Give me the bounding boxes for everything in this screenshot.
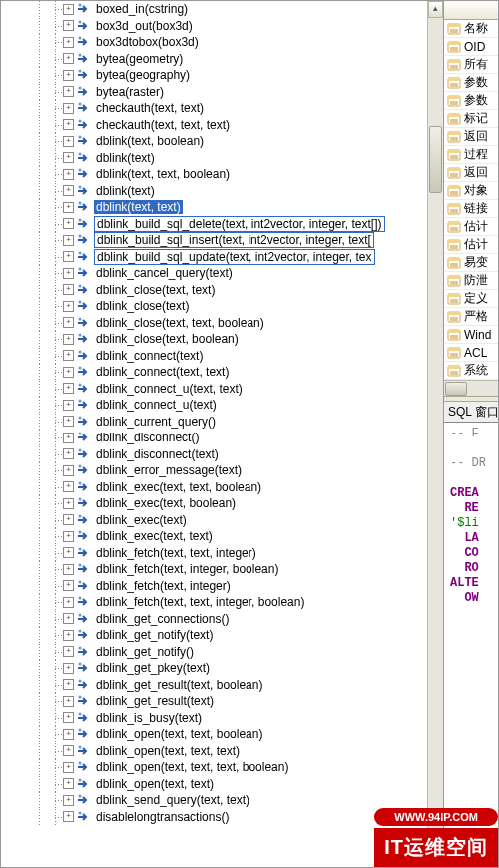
property-row[interactable]: 所有 [444,56,499,74]
expand-icon[interactable]: + [63,400,74,411]
property-row[interactable]: 返回 [444,128,499,146]
expand-icon[interactable]: + [63,531,74,542]
tree-item[interactable]: +dblink_exec(text, boolean) [1,495,428,512]
expand-icon[interactable]: + [63,416,74,427]
expand-icon[interactable]: + [63,251,74,262]
expand-icon[interactable]: + [63,811,74,822]
expand-icon[interactable]: + [63,613,74,624]
function-tree[interactable]: +boxed_in(cstring)+box3d_out(box3d)+box3… [1,1,428,868]
expand-icon[interactable]: + [63,564,74,575]
tree-item[interactable]: +dblink_get_connections() [1,611,428,628]
expand-icon[interactable]: + [63,4,74,15]
tree-item[interactable]: +dblink_connect(text) [1,348,428,365]
expand-icon[interactable]: + [63,433,74,443]
tree-item[interactable]: +dblink_get_pkey(text) [1,660,428,677]
tree-item[interactable]: +dblink_get_result(text) [1,693,428,710]
expand-icon[interactable]: + [63,86,74,97]
expand-icon[interactable]: + [63,795,74,806]
expand-icon[interactable]: + [63,152,74,163]
tree-item[interactable]: +dblink_connect(text, text) [1,364,428,381]
tree-item[interactable]: +dblink_is_busy(text) [1,710,428,727]
property-row[interactable]: 对象 [444,182,499,200]
tree-item[interactable]: +dblink(text, text) [1,199,428,216]
tree-item[interactable]: +dblink_fetch(text, text, integer) [1,545,428,562]
expand-icon[interactable]: + [63,235,74,246]
tree-item[interactable]: +dblink_get_result(text, boolean) [1,677,428,694]
tree-item[interactable]: +dblink_close(text, text, boolean) [1,315,428,332]
property-row[interactable]: 易变 [444,254,499,272]
expand-icon[interactable]: + [63,37,74,48]
expand-icon[interactable]: + [63,317,74,328]
expand-icon[interactable]: + [63,646,74,657]
tree-item[interactable]: +dblink_fetch(text, integer) [1,578,428,595]
expand-icon[interactable]: + [63,350,74,361]
property-row[interactable]: 防泄 [444,272,499,290]
tree-item[interactable]: +dblink_get_notify(text) [1,627,428,644]
expand-icon[interactable]: + [63,514,74,525]
expand-icon[interactable]: + [63,284,74,295]
tree-item[interactable]: +box3dtobox(box3d) [1,34,428,51]
property-row[interactable]: 返回 [444,164,499,182]
tree-item[interactable]: +dblink_build_sql_update(text, int2vecto… [1,249,428,266]
tree-scrollbar[interactable]: ▴ ▾ [427,1,443,868]
tree-item[interactable]: +boxed_in(cstring) [1,1,428,18]
expand-icon[interactable]: + [63,448,74,459]
tree-item[interactable]: +dblink_close(text, boolean) [1,331,428,348]
property-row[interactable]: 参数 [444,92,499,110]
tree-item[interactable]: +dblink_disconnect(text) [1,446,428,463]
expand-icon[interactable]: + [63,597,74,608]
tree-item[interactable]: +bytea(geometry) [1,51,428,68]
tree-item[interactable]: +bytea(raster) [1,84,428,101]
expand-icon[interactable]: + [63,547,74,558]
expand-icon[interactable]: + [63,663,74,674]
expand-icon[interactable]: + [63,70,74,81]
tree-item[interactable]: +dblink_cancel_query(text) [1,265,428,282]
tree-item[interactable]: +dblink(text, text, boolean) [1,166,428,183]
property-row[interactable]: 严格 [444,308,499,326]
property-row[interactable]: ACL [444,344,499,362]
tree-item[interactable]: +dblink_exec(text, text, boolean) [1,479,428,496]
tree-item[interactable]: +dblink_build_sql_delete(text, int2vecto… [1,216,428,233]
expand-icon[interactable]: + [63,712,74,723]
expand-icon[interactable]: + [63,745,74,756]
sql-pane-body[interactable]: -- F -- DR CREA RE'$li LA CO ROALTE OW [444,423,499,610]
tree-item[interactable]: +dblink(text) [1,183,428,200]
tree-item[interactable]: +dblink_close(text, text) [1,282,428,299]
property-row[interactable]: 系统 [444,362,499,380]
tree-item[interactable]: +bytea(geography) [1,67,428,84]
expand-icon[interactable]: + [63,20,74,31]
tree-item[interactable]: +dblink_open(text, text) [1,776,428,793]
tree-item[interactable]: +dblink_fetch(text, text, integer, boole… [1,594,428,611]
tree-item[interactable]: +dblink(text) [1,150,428,167]
tree-item[interactable]: +dblink_connect_u(text) [1,397,428,414]
property-row[interactable]: 链接 [444,200,499,218]
tree-item[interactable]: +dblink_open(text, text, boolean) [1,726,428,743]
expand-icon[interactable]: + [63,367,74,378]
expand-icon[interactable]: + [63,301,74,312]
tree-item[interactable]: +dblink_connect_u(text, text) [1,381,428,398]
expand-icon[interactable]: + [63,729,74,740]
tree-item[interactable]: +dblink_open(text, text, text, boolean) [1,759,428,776]
expand-icon[interactable]: + [63,53,74,64]
tree-item[interactable]: +dblink_exec(text, text) [1,528,428,545]
expand-icon[interactable]: + [63,465,74,476]
tree-item[interactable]: +dblink_open(text, text, text) [1,743,428,760]
tree-item[interactable]: +dblink_close(text) [1,298,428,315]
expand-icon[interactable]: + [63,481,74,492]
expand-icon[interactable]: + [63,185,74,196]
tree-item[interactable]: +disablelongtransactions() [1,809,428,826]
expand-icon[interactable]: + [63,498,74,509]
tree-item[interactable]: +dblink_current_query() [1,414,428,431]
property-row[interactable]: 过程 [444,146,499,164]
expand-icon[interactable]: + [63,679,74,690]
tree-item[interactable]: +dblink_error_message(text) [1,462,428,479]
expand-icon[interactable]: + [63,119,74,130]
expand-icon[interactable]: + [63,202,74,213]
scroll-thumb[interactable] [429,126,442,193]
property-row[interactable]: 估计 [444,236,499,254]
expand-icon[interactable]: + [63,696,74,707]
tree-item[interactable]: +dblink_send_query(text, text) [1,792,428,809]
tree-item[interactable]: +checkauth(text, text, text) [1,117,428,134]
expand-icon[interactable]: + [63,169,74,180]
property-row[interactable]: 定义 [444,290,499,308]
